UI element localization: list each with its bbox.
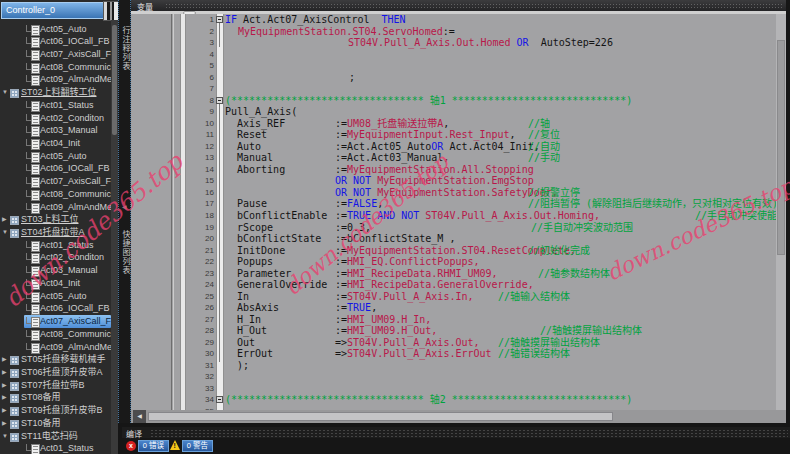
collapsed-arrow-icon[interactable]: ▶ (2, 417, 7, 430)
line-number: 1 (188, 15, 214, 25)
tree-item-Act01_Status[interactable]: Act01_Status (0, 99, 111, 112)
code-line-6[interactable]: 6; (131, 72, 786, 84)
code-line-4[interactable]: 4 (131, 49, 786, 61)
tree-item-ST11电芯扫码[interactable]: ▼ST11电芯扫码 (0, 430, 111, 443)
code-line-32[interactable]: 32 (131, 371, 786, 383)
code-line-26[interactable]: 26AbsAxis:=TRUE, (131, 302, 786, 314)
tree-item-ST05托盘移载机械手[interactable]: ▶ST05托盘移载机械手 (0, 353, 111, 366)
tree-item-Act04_Init[interactable]: Act04_Init (0, 137, 111, 150)
tree-item-Act08_Communication[interactable]: Act08_Communication (0, 61, 111, 74)
tree-item-Act05_Auto[interactable]: Act05_Auto (0, 23, 111, 36)
sidebar-scrollbar-thumb[interactable] (112, 25, 117, 135)
code-line-29[interactable]: 29Out=>ST04V.Pull_A_Axis.Out,//轴触摸屏输出结构体 (131, 337, 786, 349)
tree-item-Act04_Init[interactable]: Act04_Init (0, 277, 111, 290)
tree-item-ST09托盘顶升皮带B[interactable]: ▶ST09托盘顶升皮带B (0, 404, 111, 417)
code-line-8[interactable]: 8(******************************** 轴1 **… (131, 95, 786, 107)
fold-toggle-icon[interactable] (216, 16, 223, 23)
collapsed-arrow-icon[interactable]: ▶ (2, 353, 7, 366)
sidebar-scrollbar[interactable] (111, 20, 118, 454)
code-line-9[interactable]: 9Pull_A_Axis( (131, 106, 786, 118)
code-line-11[interactable]: 11Reset:=MyEquipmentInput.Rest_Input,//复… (131, 129, 786, 141)
code-line-21[interactable]: 21InitDone:=MyEquipmentStation.ST04.Rese… (131, 245, 786, 257)
tree-item-Act07_AxisCall_FB[interactable]: Act07_AxisCall_FB (0, 315, 111, 328)
code-line-17[interactable]: 17Pause:=FALSE,//阻挡暂停 (解除阻挡后继续动作，只对相对定位有… (131, 198, 786, 210)
tree-item-Act07_AxisCall_FB[interactable]: Act07_AxisCall_FB (0, 48, 111, 61)
expanded-arrow-icon[interactable]: ▼ (2, 430, 8, 443)
tree-item-ST08备用[interactable]: ▶ST08备用 (0, 391, 111, 404)
tree-item-Act09_AlmAndMesg[interactable]: Act09_AlmAndMesg (0, 73, 111, 86)
editor-hscroll-thumb[interactable] (148, 412, 613, 421)
expanded-arrow-icon[interactable]: ▼ (2, 86, 8, 99)
tree-item-ST03上料工位[interactable]: ▶ST03上料工位 (0, 213, 111, 226)
pane-toggle-button[interactable] (103, 1, 119, 21)
build-panel-header[interactable]: 编译 (122, 427, 790, 438)
tree-item-Act06_IOCall_FB[interactable]: Act06_IOCall_FB (0, 302, 111, 315)
code-line-19[interactable]: 19rScope:=0.3,//手自动冲突波动范围 (131, 222, 786, 234)
code-line-15[interactable]: 15OR NOT MyEquipmentStation.EmgStop (131, 175, 786, 187)
hscroll-left-arrow-icon[interactable]: ◀ (133, 410, 146, 423)
code-line-27[interactable]: 27H_In:=HMI_UM09.H_In, (131, 314, 786, 326)
tree-item-Act03_Manual[interactable]: Act03_Manual (0, 264, 111, 277)
tree-item-ST04托盘拉带A[interactable]: ▼ST04托盘拉带A (0, 226, 111, 239)
collapsed-arrow-icon[interactable]: ▶ (2, 404, 7, 417)
collapse-strip-arrow-icon[interactable]: ◀ (122, 203, 127, 210)
tree-item-Act02_Conditon[interactable]: Act02_Conditon (0, 112, 111, 125)
collapsed-arrow-icon[interactable]: ▶ (2, 379, 7, 392)
code-line-24[interactable]: 24GeneralOverride:=HMI_RecipeData.Genera… (131, 279, 786, 291)
fold-toggle-icon[interactable] (216, 97, 223, 104)
tree-item-Act06_IOCall_FB[interactable]: Act06_IOCall_FB (0, 35, 111, 48)
code-line-28[interactable]: 28H_Out:=HMI_UM09.H_Out,//轴触摸屏输出结构体 (131, 325, 786, 337)
tree-item-Act01_Status[interactable]: Act01_Status (0, 442, 111, 454)
code-area[interactable]: 1IF Act.Act07_AxisControl THEN2MyEquipme… (131, 0, 786, 410)
errors-count-button[interactable]: 0 错误 (138, 440, 169, 452)
code-line-23[interactable]: 23Parameter:=HMI_RecipeData.RHMI_UM09,//… (131, 268, 786, 280)
collapsed-arrow-icon[interactable]: ▶ (2, 391, 7, 404)
tree-item-ST10备用[interactable]: ▶ST10备用 (0, 417, 111, 430)
tree-item-Act05_Auto[interactable]: Act05_Auto (0, 290, 111, 303)
code-line-3[interactable]: 3ST04V.Pull_A_Axis.Out.Homed OR AutoStep… (131, 37, 786, 49)
code-line-13[interactable]: 13Manual:=Act.Act03_Manual,//手动 (131, 152, 786, 164)
tree-item-ST07托盘拉带B[interactable]: ▶ST07托盘拉带B (0, 379, 111, 392)
expanded-arrow-icon[interactable]: ▼ (2, 226, 8, 239)
tree-item-ST06托盘顶升皮带A[interactable]: ▶ST06托盘顶升皮带A (0, 366, 111, 379)
collapsed-arrow-icon[interactable]: ▶ (2, 213, 7, 226)
warnings-count-button[interactable]: 0 警告 (182, 440, 213, 452)
code-line-25[interactable]: 25In:=ST04V.Pull_A_Axis.In,//轴输入结构体 (131, 291, 786, 303)
editor-vertical-scrollbar[interactable] (776, 14, 786, 410)
line-number: 4 (188, 50, 214, 60)
program-file-icon (31, 164, 40, 175)
code-line-34[interactable]: 34(******************************** 轴2 *… (131, 394, 786, 406)
fold-toggle-icon[interactable] (216, 396, 223, 403)
controller-selector[interactable]: Controller_0 (1, 2, 105, 19)
code-line-31[interactable]: 31); (131, 360, 786, 372)
tree-item-Act05_Auto[interactable]: Act05_Auto (0, 150, 111, 163)
code-line-22[interactable]: 22Popups:=HMI_EQ.ConflictPopups, (131, 256, 786, 268)
tree-item-Act09_AlmAndMesg[interactable]: Act09_AlmAndMesg (0, 341, 111, 354)
code-line-30[interactable]: 30ErrOut=>ST04V.Pull_A_Axis.ErrOut//轴错误结… (131, 348, 786, 360)
tree-item-Act02_Conditon[interactable]: Act02_Conditon (0, 251, 111, 264)
code-line-12[interactable]: 12Auto:=Act.Act05_AutoOR Act.Act04_Init,… (131, 141, 786, 153)
code-line-14[interactable]: 14Aborting:=MyEquipmentStation.All.Stopp… (131, 164, 786, 176)
tree-item-Act09_AlmAndMesg[interactable]: Act09_AlmAndMesg (0, 201, 111, 214)
code-line-1[interactable]: 1IF Act.Act07_AxisControl THEN (131, 14, 786, 26)
tab-shortcut-list[interactable]: 快捷图列表 (120, 230, 131, 275)
tree-item-Act07_AxisCall_FB[interactable]: Act07_AxisCall_FB (0, 175, 111, 188)
editor-horizontal-scrollbar[interactable]: ◀ (131, 410, 786, 423)
code-line-10[interactable]: 10Axis_REF:=UM08_托盘输送拉带A,//轴 (131, 118, 786, 130)
code-line-7[interactable]: 7 (131, 83, 786, 95)
code-text: ST04V.Pull_A_Axis.Out.Homed OR AutoStep=… (348, 37, 613, 49)
tree-item-Act08_Communication[interactable]: Act08_Communication (0, 328, 111, 341)
tree-item-label: Act08_Communication (40, 61, 111, 74)
tree-item-ST02上料翻转工位[interactable]: ▼ST02上料翻转工位 (0, 86, 111, 99)
code-line-2[interactable]: 2MyEquipmentStation.ST04.ServoHomed:= (131, 26, 786, 38)
collapsed-arrow-icon[interactable]: ▶ (2, 366, 7, 379)
editor-vscroll-thumb[interactable] (777, 40, 785, 255)
tree-item-Act08_Communication[interactable]: Act08_Communication (0, 188, 111, 201)
tree-item-Act03_Manual[interactable]: Act03_Manual (0, 124, 111, 137)
code-line-18[interactable]: 18bConflictEnable:=TRUE AND NOT ST04V.Pu… (131, 210, 786, 222)
tab-line-comment-list[interactable]: 行注释列表 (120, 26, 131, 71)
code-line-20[interactable]: 20bConflictState:=bConflictState_M , (131, 233, 786, 245)
code-line-5[interactable]: 5 (131, 60, 786, 72)
tree-item-Act06_IOCall_FB[interactable]: Act06_IOCall_FB (0, 162, 111, 175)
tree-item-Act01_Status[interactable]: Act01_Status (0, 239, 111, 252)
